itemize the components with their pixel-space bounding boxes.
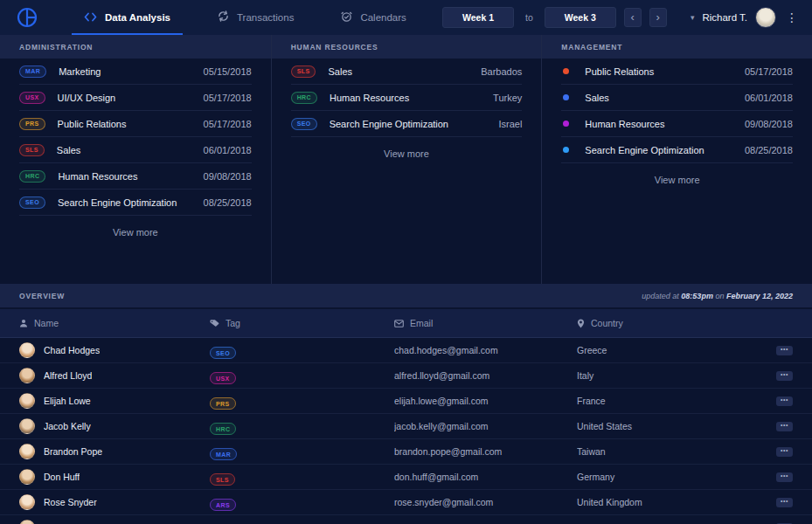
section-columns: ADMINISTRATION MAR Marketing 05/15/2018 …: [0, 35, 812, 284]
updated-timestamp: updated at 08:53pm on February 12, 2022: [642, 292, 793, 300]
list-item[interactable]: SLS Sales 06/01/2018: [19, 137, 252, 163]
item-date: 06/01/2018: [204, 145, 252, 155]
table-row[interactable]: Brandon Pope MAR brandon.pope@gmail.com …: [0, 439, 812, 465]
list-item[interactable]: Search Engine Optimization 08/25/2018: [561, 137, 793, 163]
item-date: 09/08/2018: [745, 119, 793, 129]
item-date: 05/17/2018: [204, 119, 252, 129]
caret-down-icon[interactable]: ▾: [691, 13, 695, 22]
column-header-tag[interactable]: Tag: [210, 318, 394, 328]
item-date: 05/17/2018: [745, 66, 793, 77]
cell-name: Chad Hodges: [44, 345, 100, 355]
table-row[interactable]: Elijah Lowe PRS elijah.lowe@gmail.com Fr…: [0, 389, 812, 414]
app-logo-icon[interactable]: [14, 4, 40, 31]
panel-title: HUMAN RESOURCES: [291, 43, 378, 52]
list-item[interactable]: Sales 06/01/2018: [561, 85, 793, 111]
table-row[interactable]: Chad Hodges SEO chad.hodges@gmail.com Gr…: [0, 338, 812, 363]
tab-data-analysis[interactable]: Data Analysis: [72, 0, 183, 35]
cell-email: brandon.pope@gmail.com: [394, 446, 577, 457]
list-item[interactable]: SEO Search Engine Optimization 08/25/201…: [19, 190, 252, 216]
user-avatar[interactable]: [755, 7, 776, 28]
avatar: [19, 393, 35, 409]
row-actions-button[interactable]: •••: [776, 371, 793, 381]
status-dot: [563, 121, 569, 127]
cell-country: United Kingdom: [577, 497, 752, 507]
row-actions-button[interactable]: •••: [776, 498, 793, 507]
list-item[interactable]: HRC Human Resources 09/08/2018: [19, 163, 252, 190]
view-more-link[interactable]: View more: [19, 216, 252, 249]
status-dot: [563, 68, 569, 74]
item-date: 08/25/2018: [745, 145, 793, 155]
list-item[interactable]: Public Relations 05/17/2018: [561, 59, 793, 85]
mail-icon: [394, 320, 404, 328]
cell-country: Italy: [577, 370, 752, 381]
user-name[interactable]: Richard T.: [702, 12, 747, 23]
chevron-right-icon[interactable]: ›: [649, 8, 667, 27]
table-row[interactable]: Eula Osborne BRN eula.osborne@gmail.com …: [0, 515, 812, 524]
view-more-link[interactable]: View more: [291, 137, 523, 170]
row-actions-button[interactable]: •••: [776, 422, 793, 431]
view-more-link[interactable]: View more: [561, 163, 793, 196]
avatar: [19, 520, 35, 524]
item-label: Marketing: [59, 66, 203, 77]
tag-icon: [210, 319, 219, 328]
row-actions-button[interactable]: •••: [776, 396, 793, 406]
top-nav: Data Analysis Transactions Calendars: [0, 0, 812, 35]
item-label: Search Engine Optimization: [58, 197, 204, 208]
item-label: Human Resources: [585, 119, 745, 129]
item-label: Human Resources: [58, 171, 203, 182]
row-actions-button[interactable]: •••: [776, 472, 793, 482]
tab-label: Transactions: [237, 12, 294, 23]
week-range-to-label: to: [525, 12, 533, 23]
tag-badge: SLS: [291, 66, 316, 78]
list-item[interactable]: SLS Sales Barbados: [291, 59, 523, 85]
cell-email: alfred.lloyd@gmail.com: [394, 370, 577, 381]
column-header-name[interactable]: Name: [19, 318, 210, 328]
user-icon: [19, 319, 28, 328]
list-item[interactable]: MAR Marketing 05/15/2018: [19, 59, 252, 85]
avatar: [19, 418, 35, 434]
table-row[interactable]: Alfred Lloyd USX alfred.lloyd@gmail.com …: [0, 363, 812, 389]
tab-transactions[interactable]: Transactions: [205, 0, 306, 35]
avatar: [19, 444, 35, 459]
tag-badge: HRC: [291, 92, 317, 104]
sync-icon: [218, 10, 229, 25]
user-menu: ▾ Richard T. ⋮: [691, 7, 800, 28]
row-actions-button[interactable]: •••: [776, 346, 793, 355]
item-date: 09/08/2018: [204, 171, 252, 182]
tag-badge: HRC: [19, 170, 45, 183]
avatar: [19, 368, 35, 383]
list-item[interactable]: Human Resources 09/08/2018: [561, 111, 793, 137]
column-header-country[interactable]: Country: [577, 318, 752, 328]
cell-name: Alfred Lloyd: [44, 370, 92, 381]
overview-header: OVERVIEW updated at 08:53pm on February …: [0, 284, 812, 309]
tab-calendars[interactable]: Calendars: [329, 0, 418, 35]
week-from-button[interactable]: Week 1: [442, 7, 514, 28]
panel-title: MANAGEMENT: [561, 43, 622, 52]
human-resources-panel: HUMAN RESOURCES SLS Sales Barbados HRC H…: [271, 35, 542, 284]
cell-email: chad.hodges@gmail.com: [394, 345, 577, 355]
cell-name: Rose Snyder: [44, 497, 97, 507]
list-item[interactable]: USX UI/UX Design 05/17/2018: [19, 85, 252, 111]
item-date: 05/17/2018: [204, 93, 252, 103]
item-country: Israel: [498, 119, 522, 129]
item-date: 08/25/2018: [204, 197, 252, 208]
table-row[interactable]: Don Huff SLS don.huff@gmail.com Germany …: [0, 465, 812, 490]
list-item[interactable]: SEO Search Engine Optimization Israel: [291, 111, 523, 137]
column-header-email[interactable]: Email: [394, 318, 577, 328]
row-actions-button[interactable]: •••: [776, 447, 793, 457]
item-date: 06/01/2018: [745, 93, 793, 103]
pin-icon: [577, 319, 585, 328]
week-to-button[interactable]: Week 3: [545, 7, 616, 28]
tab-label: Data Analysis: [105, 12, 170, 23]
table-row[interactable]: Jacob Kelly HRC jacob.kelly@gmail.com Un…: [0, 414, 812, 439]
item-label: Search Engine Optimization: [585, 145, 745, 155]
panel-title: ADMINISTRATION: [19, 43, 93, 52]
tag-badge: SEO: [210, 347, 236, 359]
kebab-menu-icon[interactable]: ⋮: [784, 10, 800, 24]
list-item[interactable]: HRC Human Resources Turkey: [291, 85, 523, 111]
table-row[interactable]: Rose Snyder ARS rose.snyder@gmail.com Un…: [0, 490, 812, 515]
tag-badge: USX: [19, 92, 45, 104]
list-item[interactable]: PRS Public Relations 05/17/2018: [19, 111, 252, 137]
chevron-left-icon[interactable]: ‹: [624, 8, 642, 27]
tag-badge: USX: [210, 372, 236, 384]
